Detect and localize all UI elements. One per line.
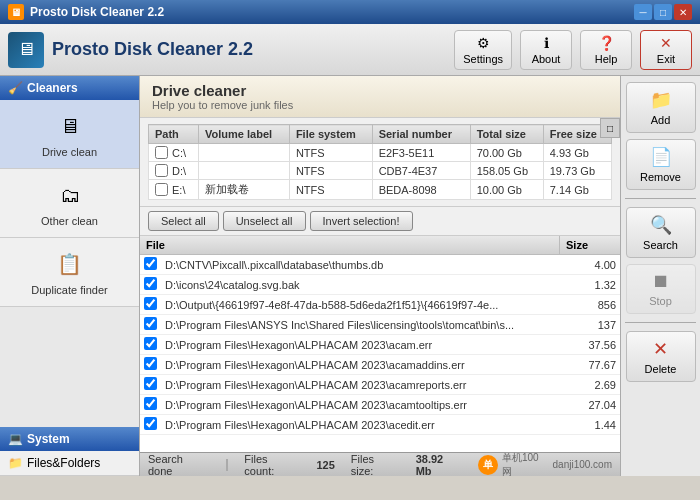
- drive-serial: E2F3-5E11: [372, 144, 470, 162]
- file-size: 137: [565, 317, 620, 333]
- sidebar: 🧹 Cleaners 🖥 Drive clean 🗂 Other clean 📋…: [0, 76, 140, 476]
- main-toolbar: 🖥 Prosto Disk Cleaner 2.2 ⚙ Settings ℹ A…: [0, 24, 700, 76]
- watermark: 单 单机100网 danji100.com: [478, 451, 612, 477]
- content-area: Drive cleaner Help you to remove junk fi…: [140, 76, 620, 476]
- drive-path: C:\: [149, 144, 199, 162]
- file-checkbox-cell[interactable]: [140, 315, 161, 334]
- stop-icon: ⏹: [652, 271, 670, 292]
- file-checkbox-cell[interactable]: [140, 395, 161, 414]
- file-list-row[interactable]: D:\Output\{46619f97-4e8f-47da-b588-5d6ed…: [140, 295, 620, 315]
- right-panel: 📁 Add 📄 Remove 🔍 Search ⏹ Stop ✕ Delete: [620, 76, 700, 476]
- drive-clean-icon: 🖥: [54, 110, 86, 142]
- stop-button[interactable]: ⏹ Stop: [626, 264, 696, 314]
- folder-icon: 📁: [8, 456, 23, 470]
- settings-button[interactable]: ⚙ Settings: [454, 30, 512, 70]
- broom-icon: 🧹: [8, 81, 23, 95]
- col-fs: File system: [289, 125, 372, 144]
- file-list-row[interactable]: D:\Program Files\Hexagon\ALPHACAM 2023\a…: [140, 415, 620, 435]
- sidebar-item-files-folders[interactable]: 📁 Files&Folders: [0, 451, 139, 476]
- drive-table-row[interactable]: D:\ NTFS CDB7-4E37 158.05 Gb 19.73 Gb: [149, 162, 612, 180]
- help-label: Help: [595, 53, 618, 65]
- files-size-value: 38.92 Mb: [416, 453, 462, 477]
- drive-total: 158.05 Gb: [470, 162, 543, 180]
- col-path: Path: [149, 125, 199, 144]
- drive-free: 7.14 Gb: [543, 180, 611, 200]
- unselect-all-button[interactable]: Unselect all: [223, 211, 306, 231]
- file-list-header: File Size: [140, 236, 620, 255]
- section-subtitle: Help you to remove junk files: [152, 99, 608, 111]
- minimize-button[interactable]: ─: [634, 4, 652, 20]
- sidebar-cleaners-section[interactable]: 🧹 Cleaners: [0, 76, 139, 100]
- file-list-row[interactable]: D:\Program Files\Hexagon\ALPHACAM 2023\a…: [140, 335, 620, 355]
- title-bar-left: 🖥 Prosto Disk Cleaner 2.2: [8, 4, 164, 20]
- other-clean-label: Other clean: [41, 215, 98, 227]
- watermark-text2: danji100.com: [553, 459, 612, 470]
- maximize-button[interactable]: □: [654, 4, 672, 20]
- file-path: D:\Program Files\Hexagon\ALPHACAM 2023\a…: [161, 357, 565, 373]
- file-size: 1.44: [565, 417, 620, 433]
- file-list-row[interactable]: D:\Program Files\ANSYS Inc\Shared Files\…: [140, 315, 620, 335]
- right-divider-2: [625, 322, 696, 323]
- drive-table-wrapper: Path Volume label File system Serial num…: [140, 118, 620, 207]
- drive-path: D:\: [149, 162, 199, 180]
- drive-corner-button[interactable]: □: [600, 118, 620, 138]
- file-checkbox-cell[interactable]: [140, 275, 161, 294]
- file-checkbox-cell[interactable]: [140, 375, 161, 394]
- about-icon: ℹ: [544, 35, 549, 51]
- file-checkbox[interactable]: [144, 317, 157, 330]
- file-checkbox-cell[interactable]: [140, 415, 161, 434]
- file-checkbox[interactable]: [144, 277, 157, 290]
- file-checkbox[interactable]: [144, 397, 157, 410]
- drive-checkbox[interactable]: [155, 146, 168, 159]
- file-size: 2.69: [565, 377, 620, 393]
- status-progress: [226, 459, 228, 471]
- file-checkbox-cell[interactable]: [140, 335, 161, 354]
- file-checkbox[interactable]: [144, 377, 157, 390]
- drive-table-row[interactable]: E:\ 新加载卷 NTFS BEDA-8098 10.00 Gb 7.14 Gb: [149, 180, 612, 200]
- drive-checkbox[interactable]: [155, 164, 168, 177]
- files-count-label: Files count:: [244, 453, 300, 477]
- drive-free: 4.93 Gb: [543, 144, 611, 162]
- file-checkbox[interactable]: [144, 297, 157, 310]
- search-button[interactable]: 🔍 Search: [626, 207, 696, 258]
- sidebar-item-other-clean[interactable]: 🗂 Other clean: [0, 169, 139, 238]
- exit-label: Exit: [657, 53, 675, 65]
- file-checkbox[interactable]: [144, 257, 157, 270]
- invert-selection-button[interactable]: Invert selection!: [310, 211, 413, 231]
- file-path: D:\Program Files\ANSYS Inc\Shared Files\…: [161, 317, 565, 333]
- help-button[interactable]: ❓ Help: [580, 30, 632, 70]
- file-checkbox-cell[interactable]: [140, 295, 161, 314]
- drive-table-row[interactable]: C:\ NTFS E2F3-5E11 70.00 Gb 4.93 Gb: [149, 144, 612, 162]
- duplicate-finder-icon: 📋: [54, 248, 86, 280]
- file-list-row[interactable]: D:\Program Files\Hexagon\ALPHACAM 2023\a…: [140, 355, 620, 375]
- close-button[interactable]: ✕: [674, 4, 692, 20]
- remove-button[interactable]: 📄 Remove: [626, 139, 696, 190]
- drive-table: Path Volume label File system Serial num…: [148, 124, 612, 200]
- drive-path: E:\: [149, 180, 199, 200]
- file-checkbox-cell[interactable]: [140, 355, 161, 374]
- sidebar-item-drive-clean[interactable]: 🖥 Drive clean: [0, 100, 139, 169]
- drive-checkbox[interactable]: [155, 183, 168, 196]
- file-list-row[interactable]: D:\Program Files\Hexagon\ALPHACAM 2023\a…: [140, 375, 620, 395]
- exit-button[interactable]: ✕ Exit: [640, 30, 692, 70]
- file-checkbox[interactable]: [144, 337, 157, 350]
- file-checkbox-cell[interactable]: [140, 255, 161, 274]
- file-list-body[interactable]: D:\CNTV\Pixcall\.pixcall\database\thumbs…: [140, 255, 620, 452]
- file-checkbox[interactable]: [144, 357, 157, 370]
- add-icon: 📁: [650, 89, 672, 111]
- delete-button[interactable]: ✕ Delete: [626, 331, 696, 382]
- add-button[interactable]: 📁 Add: [626, 82, 696, 133]
- remove-label: Remove: [640, 171, 681, 183]
- file-list-row[interactable]: D:\Program Files\Hexagon\ALPHACAM 2023\a…: [140, 395, 620, 415]
- file-list-row[interactable]: D:\CNTV\Pixcall\.pixcall\database\thumbs…: [140, 255, 620, 275]
- drive-table-area: Path Volume label File system Serial num…: [140, 118, 620, 207]
- sidebar-item-duplicate-finder[interactable]: 📋 Duplicate finder: [0, 238, 139, 307]
- file-checkbox[interactable]: [144, 417, 157, 430]
- drive-label: [199, 144, 290, 162]
- cleaners-label: Cleaners: [27, 81, 78, 95]
- file-list-row[interactable]: D:\icons\24\catalog.svg.bak 1.32: [140, 275, 620, 295]
- sidebar-system-section[interactable]: 💻 System: [0, 427, 139, 451]
- drive-fs: NTFS: [289, 144, 372, 162]
- about-button[interactable]: ℹ About: [520, 30, 572, 70]
- select-all-button[interactable]: Select all: [148, 211, 219, 231]
